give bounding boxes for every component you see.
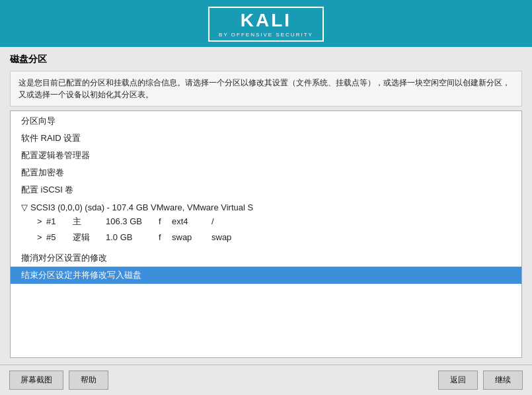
kali-logo-text: KALI — [219, 11, 313, 31]
footer-left: 屏幕截图 帮助 — [9, 371, 108, 390]
partition-num-1: #1 — [46, 216, 73, 226]
kali-sub-text: BY OFFENSIVE SECURITY — [219, 32, 313, 38]
partition-type-5: 逻辑 — [73, 232, 106, 243]
header: KALI BY OFFENSIVE SECURITY — [0, 0, 532, 47]
main-content: 磁盘分区 这是您目前已配置的分区和挂载点的综合信息。请选择一个分区以修改其设置（… — [0, 47, 532, 365]
menu-item-encrypt[interactable]: 配置加密卷 — [11, 164, 521, 181]
partition-mount-1: / — [211, 216, 251, 226]
back-button[interactable]: 返回 — [438, 371, 478, 390]
partition-size-5: 1.0 GB — [106, 232, 159, 242]
partition-mount-5: swap — [211, 232, 251, 242]
menu-item-raid[interactable]: 软件 RAID 设置 — [11, 130, 521, 147]
disk-label[interactable]: SCSI3 (0,0,0) (sda) - 107.4 GB VMware, V… — [30, 202, 253, 212]
menu-item-wizard[interactable]: 分区向导 — [11, 112, 521, 130]
partition-fs-1: ext4 — [172, 216, 211, 226]
partition-flag-1: f — [159, 216, 172, 226]
continue-button[interactable]: 继续 — [483, 371, 523, 390]
partition-type-1: 主 — [73, 216, 106, 228]
screenshot-button[interactable]: 屏幕截图 — [9, 371, 63, 390]
undo-item[interactable]: 撤消对分区设置的修改 — [11, 249, 521, 267]
page-title: 磁盘分区 — [10, 54, 522, 66]
partition-fs-5: swap — [172, 232, 211, 242]
footer: 屏幕截图 帮助 返回 继续 — [0, 365, 532, 395]
disk-collapse-icon: ▽ — [21, 202, 28, 212]
finish-item[interactable]: 结束分区设定并将修改写入磁盘 — [11, 267, 521, 284]
help-button[interactable]: 帮助 — [69, 371, 108, 390]
partition-row-1[interactable]: > #1 主 106.3 GB f ext4 / — [11, 214, 521, 230]
partition-size-1: 106.3 GB — [106, 216, 159, 226]
menu-item-iscsi[interactable]: 配置 iSCSI 卷 — [11, 181, 521, 198]
disk-header: ▽ SCSI3 (0,0,0) (sda) - 107.4 GB VMware,… — [11, 198, 521, 214]
menu-item-lvm[interactable]: 配置逻辑卷管理器 — [11, 147, 521, 164]
partition-panel[interactable]: 分区向导 软件 RAID 设置 配置逻辑卷管理器 配置加密卷 配置 iSCSI … — [10, 110, 522, 358]
partition-row-5[interactable]: > #5 逻辑 1.0 GB f swap swap — [11, 230, 521, 245]
partition-num-5: #5 — [46, 232, 73, 242]
partition-flag-5: f — [159, 232, 172, 242]
kali-logo-box: KALI BY OFFENSIVE SECURITY — [208, 7, 324, 42]
footer-right: 返回 继续 — [438, 371, 523, 390]
partition-arrow-5: > — [37, 232, 46, 242]
partition-arrow-1: > — [37, 216, 46, 226]
description-box: 这是您目前已配置的分区和挂载点的综合信息。请选择一个分区以修改其设置（文件系统、… — [10, 71, 522, 107]
